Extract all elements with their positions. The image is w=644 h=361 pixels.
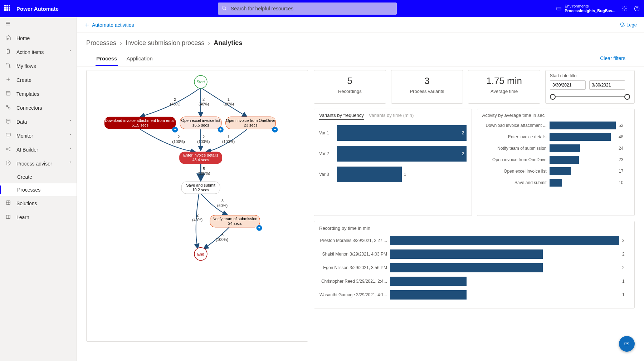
process-map[interactable]: 2(40%) 2(40%) 1(20%) 2(100%) 2(100%) 1(1… (87, 70, 308, 341)
recording-value: 2 (622, 252, 629, 257)
chevron-down-icon: ˅ (69, 50, 72, 54)
flow-icon (5, 63, 11, 69)
sidebar: HomeAction items˅My flowsCreateTemplates… (0, 17, 77, 361)
automate-activities-button[interactable]: Automate activities (84, 22, 134, 28)
sidebar-item-ai-builder[interactable]: AI Builder˅ (0, 143, 77, 157)
chevron-down-icon: ˅ (69, 119, 72, 124)
sidebar-item-label: Solutions (16, 201, 37, 206)
recording-value: 1 (622, 279, 629, 284)
flow-node-end[interactable]: End (194, 248, 207, 261)
flow-node-notify[interactable]: Notify team of submission 24 secs ✦ (210, 215, 262, 231)
recording-bar-row[interactable]: Wasanthi Gamage 3/29/2021, 4:1...1 (319, 290, 629, 300)
activity-bar-row[interactable]: Save and submit10 (482, 179, 630, 187)
activity-label: Open excel invoice list (482, 169, 547, 174)
date-from-input[interactable] (550, 80, 586, 90)
crumb-current: Analytics (214, 39, 242, 47)
sidebar-item-action-items[interactable]: Action items˅ (0, 45, 77, 59)
sidebar-item-monitor[interactable]: Monitor˅ (0, 129, 77, 143)
help-icon[interactable] (634, 6, 640, 11)
sidebar-item-label: Create (17, 174, 32, 180)
recording-bar-row[interactable]: Shakti Menon 3/29/2021, 4:03 PM2 (319, 249, 629, 259)
legend-button[interactable]: Lege (619, 22, 637, 28)
activity-bar-row[interactable]: Open excel invoice list17 (482, 167, 630, 175)
settings-icon[interactable] (622, 6, 628, 11)
svg-text:2: 2 (177, 135, 180, 139)
sidebar-item-learn[interactable]: Learn (0, 210, 77, 224)
sidebar-item-create[interactable]: Create (0, 73, 77, 87)
activity-bar-row[interactable]: Open invoice from OneDrive23 (482, 156, 630, 164)
variant-bar-row[interactable]: Var 31 (319, 167, 467, 182)
svg-text:51.5 secs: 51.5 secs (132, 123, 148, 127)
plus-icon (5, 76, 11, 83)
date-slider[interactable] (550, 93, 630, 100)
variant-bar-row[interactable]: Var 12 (319, 125, 467, 141)
chatbot-fab[interactable] (619, 336, 635, 352)
activity-bar-row[interactable]: Download invoice attachment ...52 (482, 122, 630, 129)
date-to-input[interactable] (589, 80, 625, 90)
svg-point-25 (9, 147, 10, 148)
activity-bar-row[interactable]: Notify team of submission24 (482, 144, 630, 152)
activity-label: Save and submit (482, 180, 547, 185)
hamburger-icon[interactable] (0, 17, 77, 31)
flow-node-save-submit[interactable]: Save and submit 10.2 secs (181, 182, 220, 194)
advisor-icon (5, 160, 11, 167)
svg-point-12 (6, 63, 7, 64)
sidebar-item-label: Home (16, 35, 30, 41)
sidebar-item-data[interactable]: Data˅ (0, 115, 77, 129)
sidebar-item-label: Process advisor (16, 161, 52, 167)
activity-value: 17 (619, 169, 629, 174)
flow-node-open-excel[interactable]: Open excel invoice list 16.5 secs ✦ (180, 117, 224, 133)
svg-text:✦: ✦ (258, 226, 261, 230)
recording-bar-row[interactable]: Egon Nilsson 3/29/2021, 3:56 PM2 (319, 263, 629, 272)
date-filter-card: Start date filter (545, 70, 635, 104)
sidebar-item-connectors[interactable]: Connectors (0, 101, 77, 115)
sidebar-item-label: Monitor (16, 133, 33, 139)
flow-node-open-onedrive[interactable]: Open invoice from OneDrive 23 secs ✦ (226, 117, 278, 133)
crumb-1[interactable]: Invoice submission process (126, 39, 204, 47)
activity-label: Enter invoice details (482, 134, 547, 139)
connector-icon (5, 104, 11, 111)
sidebar-item-create[interactable]: Create (0, 170, 77, 183)
tab-application[interactable]: Application (126, 53, 153, 66)
flow-node-start[interactable]: Start (194, 75, 207, 88)
search-input[interactable] (218, 3, 397, 15)
tab-process[interactable]: Process (96, 53, 118, 66)
svg-rect-2 (557, 7, 561, 10)
sidebar-item-processes[interactable]: Processes (0, 183, 77, 196)
svg-text:(60%): (60%) (217, 203, 228, 208)
sidebar-item-process-advisor[interactable]: Process advisor˄ (0, 157, 77, 170)
variants-tab-time[interactable]: Variants by time (min) (369, 113, 414, 120)
clear-filters-link[interactable]: Clear filters (600, 53, 625, 66)
sidebar-item-label: Learn (16, 214, 29, 220)
svg-text:Save and submit: Save and submit (186, 183, 215, 187)
sidebar-item-home[interactable]: Home (0, 31, 77, 45)
svg-text:✦: ✦ (219, 127, 222, 132)
svg-line-20 (8, 107, 9, 108)
env-name: ProcessInsights_BugBas... (565, 9, 615, 13)
plus-icon (84, 22, 90, 28)
svg-text:24 secs: 24 secs (228, 221, 242, 226)
recording-value: 2 (622, 265, 629, 270)
svg-point-24 (6, 149, 8, 150)
recording-panel: Recording by time in min Preston Morales… (314, 221, 635, 308)
learn-icon (5, 214, 11, 221)
waffle-icon[interactable] (4, 5, 11, 12)
variant-bar-row[interactable]: Var 22 (319, 146, 467, 162)
chevron-down-icon: ˅ (69, 133, 72, 138)
recording-bar-row[interactable]: Christopher Reed 3/29/2021, 2:4...1 (319, 277, 629, 286)
environment-picker[interactable]: Environments ProcessInsights_BugBas... (556, 4, 615, 13)
variants-tab-freq[interactable]: Variants by frequency (319, 113, 364, 120)
activity-value: 52 (619, 123, 629, 128)
crumb-0[interactable]: Processes (86, 39, 116, 47)
sidebar-item-my-flows[interactable]: My flows (0, 59, 77, 73)
svg-text:Open invoice from OneDrive: Open invoice from OneDrive (226, 118, 275, 123)
recording-bar-row[interactable]: Preston Morales 3/29/2021, 2:27 ...3 (319, 236, 629, 245)
variant-label: Var 2 (319, 151, 333, 156)
sidebar-item-templates[interactable]: Templates (0, 87, 77, 101)
sidebar-item-solutions[interactable]: Solutions (0, 196, 77, 210)
activity-title: Activity by average time in sec (482, 113, 630, 118)
flow-node-enter-details[interactable]: Enter invoice details 48.4 secs (179, 152, 222, 164)
activity-bar-row[interactable]: Enter invoice details48 (482, 133, 630, 141)
svg-text:3: 3 (221, 199, 224, 203)
svg-text:1: 1 (228, 97, 230, 102)
